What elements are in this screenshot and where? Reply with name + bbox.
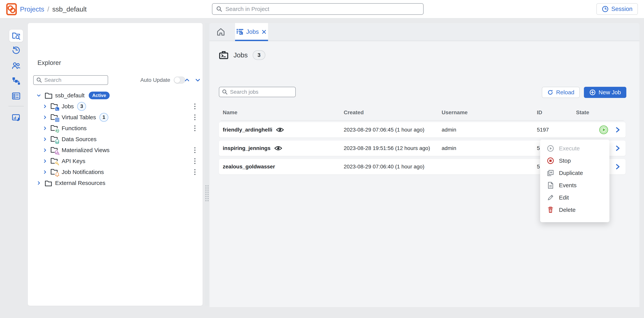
chevron-right-icon[interactable] <box>42 158 48 164</box>
chevron-right-icon[interactable] <box>42 104 48 109</box>
chevron-right-icon[interactable] <box>42 137 48 142</box>
menu-item-stop[interactable]: Stop <box>540 154 610 167</box>
menu-item-label: Execute <box>559 145 580 152</box>
chevron-right-icon[interactable] <box>42 126 48 131</box>
jobs-search-box[interactable] <box>219 87 296 97</box>
flow-icon <box>12 76 20 85</box>
kebab-menu-icon[interactable] <box>192 124 198 132</box>
eye-icon[interactable] <box>274 146 282 151</box>
menu-item-label: Edit <box>559 194 569 201</box>
folder-icon <box>45 92 52 99</box>
tree-item-label: Job Notifications <box>62 169 104 175</box>
tree-item-api-keys[interactable]: API Keys <box>28 156 202 166</box>
data-sources-folder-icon <box>50 135 59 144</box>
reload-button[interactable]: Reload <box>542 87 580 98</box>
reload-icon <box>547 89 553 96</box>
row-chevron-right-icon[interactable] <box>615 164 620 170</box>
eye-icon[interactable] <box>276 127 284 132</box>
job-notifications-folder-icon <box>50 168 59 176</box>
chevron-right-icon[interactable] <box>42 115 48 120</box>
rail-explorer-button[interactable] <box>9 30 23 42</box>
expand-all-button[interactable] <box>194 77 201 83</box>
tab-jobs[interactable]: Jobs <box>235 23 268 41</box>
tree-item-virtual-tables[interactable]: Virtual Tables 1 <box>28 112 202 123</box>
running-state-icon[interactable] <box>599 125 608 134</box>
jobs-folder-icon <box>50 102 59 110</box>
folder-search-icon <box>12 31 20 40</box>
rail-history-button[interactable] <box>9 44 23 56</box>
tab-bar: Jobs <box>210 23 640 41</box>
tree-item-label: ssb_default <box>55 92 84 99</box>
tab-home[interactable] <box>215 23 226 41</box>
menu-item-duplicate[interactable]: Duplicate <box>540 167 610 179</box>
icon-rail <box>0 18 25 318</box>
explorer-search-input[interactable] <box>44 77 114 83</box>
jobs-search-input[interactable] <box>230 89 299 95</box>
chevron-right-icon[interactable] <box>42 170 48 174</box>
jobs-tab-icon <box>236 28 244 36</box>
rail-monitoring-button[interactable] <box>9 112 23 124</box>
job-id: 5197 <box>537 127 576 133</box>
new-job-button[interactable]: New Job <box>584 87 626 98</box>
project-search-input[interactable] <box>226 6 419 12</box>
table-row[interactable]: friendly_ardinghelli 2023-08-29 07:06:45… <box>219 122 626 138</box>
session-button-label: Session <box>611 6 632 12</box>
auto-update-control: Auto Update <box>140 75 185 85</box>
kebab-menu-icon[interactable] <box>192 157 198 165</box>
chevron-right-icon[interactable] <box>42 148 48 153</box>
panel-splitter[interactable] <box>205 23 209 306</box>
job-username: admin <box>442 127 537 133</box>
chevron-down-icon[interactable] <box>36 93 41 98</box>
rail-flow-button[interactable] <box>9 75 23 87</box>
toggle-knob <box>174 77 180 83</box>
kebab-menu-icon[interactable] <box>192 146 198 154</box>
search-icon <box>216 6 222 12</box>
app-logo-icon[interactable] <box>6 3 17 15</box>
tree-item-materialized-views[interactable]: Materialized Views <box>28 144 202 156</box>
row-chevron-right-icon[interactable] <box>615 126 620 133</box>
menu-item-delete[interactable]: Delete <box>540 204 610 216</box>
breadcrumb: Projects / ssb_default <box>20 0 86 18</box>
job-context-menu: Execute Stop Duplicate Events Edit <box>540 140 610 222</box>
tree-item-root[interactable]: ssb_default Active <box>28 90 202 101</box>
tree-item-jobs[interactable]: Jobs 3 <box>28 101 202 112</box>
trash-icon <box>547 206 554 214</box>
row-chevron-right-icon[interactable] <box>615 145 620 152</box>
tree-item-label: Virtual Tables <box>62 114 96 120</box>
home-icon <box>216 28 225 36</box>
active-badge: Active <box>89 92 110 99</box>
reload-button-label: Reload <box>556 89 574 96</box>
kebab-menu-icon[interactable] <box>192 102 198 110</box>
kebab-menu-icon[interactable] <box>192 168 198 176</box>
kebab-menu-icon[interactable] <box>192 114 198 121</box>
tree-item-data-sources[interactable]: Data Sources <box>28 134 202 144</box>
job-created: 2023-08-28 19:51:56 (12 hours ago) <box>344 145 442 151</box>
collapse-all-button[interactable] <box>184 77 190 83</box>
explorer-title: Explorer <box>38 59 61 66</box>
virtual-tables-folder-icon <box>50 113 59 122</box>
chevron-right-icon[interactable] <box>36 180 41 186</box>
project-search-box[interactable] <box>212 3 424 15</box>
tree-item-job-notifications[interactable]: Job Notifications <box>28 166 202 178</box>
rail-users-button[interactable] <box>9 60 23 72</box>
search-icon <box>36 77 42 83</box>
job-username: admin <box>442 145 537 151</box>
breadcrumb-projects-link[interactable]: Projects <box>20 6 44 13</box>
explorer-search-box[interactable] <box>33 75 108 85</box>
menu-item-edit[interactable]: Edit <box>540 192 610 204</box>
top-header: Projects / ssb_default Session <box>0 0 644 18</box>
job-name: friendly_ardinghelli <box>223 127 272 133</box>
menu-item-execute[interactable]: Execute <box>540 142 610 154</box>
column-header-name: Name <box>223 110 344 116</box>
document-icon <box>547 182 554 189</box>
auto-update-toggle[interactable] <box>174 76 185 84</box>
jobs-controls: Reload New Job <box>219 87 626 98</box>
tree-item-external-resources[interactable]: External Resources <box>28 178 202 188</box>
users-icon <box>12 61 20 70</box>
materialized-views-folder-icon <box>50 146 59 154</box>
session-button[interactable]: Session <box>596 3 638 15</box>
menu-item-events[interactable]: Events <box>540 179 610 192</box>
close-icon[interactable] <box>261 29 267 35</box>
rail-forms-button[interactable] <box>9 90 23 102</box>
tree-item-functions[interactable]: f() Functions <box>28 123 202 134</box>
